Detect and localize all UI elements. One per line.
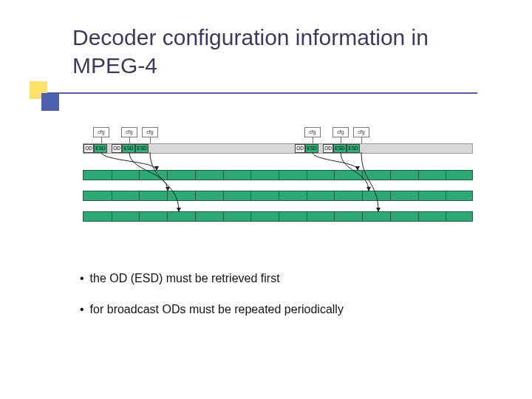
cfg-row: cfgcfgcfgcfgcfgcfg xyxy=(83,127,473,140)
media-stream-3 xyxy=(83,211,473,222)
od-track: ODESDODESDESDODESDODESDESD xyxy=(83,143,473,154)
mpeg4-decoder-diagram: cfgcfgcfgcfgcfgcfg ODESDODESDESDODESDODE… xyxy=(83,127,473,238)
bullet-item: • the OD (ESD) must be retrieved first xyxy=(80,272,464,285)
esd-cell: ESD xyxy=(94,144,107,153)
config-arrow xyxy=(150,152,179,211)
od-cell: OD xyxy=(83,144,94,153)
cfg-box: cfg xyxy=(304,127,321,137)
esd-cell: ESD xyxy=(135,144,149,153)
bullet-text: for broadcast ODs must be repeated perio… xyxy=(90,303,344,316)
od-esd-group: ODESDESD xyxy=(112,144,149,153)
media-stream-2 xyxy=(83,191,473,201)
slide-title-block: Decoder configuration information in MPE… xyxy=(72,24,486,81)
esd-cell: ESD xyxy=(333,144,347,153)
od-esd-group: ODESDESD xyxy=(323,144,360,153)
od-cell: OD xyxy=(112,144,122,153)
bullet-dot-icon: • xyxy=(80,272,84,285)
accent-square-blue xyxy=(41,93,59,111)
slide-title: Decoder configuration information in MPE… xyxy=(72,24,486,81)
cfg-box: cfg xyxy=(353,127,369,137)
bullet-list: • the OD (ESD) must be retrieved first •… xyxy=(80,272,464,334)
cfg-box: cfg xyxy=(142,127,158,137)
cfg-box: cfg xyxy=(332,127,349,137)
bullet-item: • for broadcast ODs must be repeated per… xyxy=(80,303,464,316)
bullet-dot-icon: • xyxy=(80,303,84,316)
config-arrow xyxy=(361,152,378,211)
title-underline xyxy=(41,92,477,94)
cfg-box: cfg xyxy=(93,127,109,137)
config-arrow xyxy=(313,152,358,170)
od-cell: OD xyxy=(323,144,333,153)
bullet-text: the OD (ESD) must be retrieved first xyxy=(90,272,280,285)
esd-cell: ESD xyxy=(122,144,135,153)
od-esd-group: ODESD xyxy=(83,144,107,153)
media-stream-1 xyxy=(83,170,473,180)
od-cell: OD xyxy=(295,144,305,153)
esd-cell: ESD xyxy=(305,144,318,153)
esd-cell: ESD xyxy=(347,144,360,153)
config-arrow xyxy=(101,152,157,170)
od-esd-group: ODESD xyxy=(295,144,318,153)
cfg-box: cfg xyxy=(121,127,137,137)
